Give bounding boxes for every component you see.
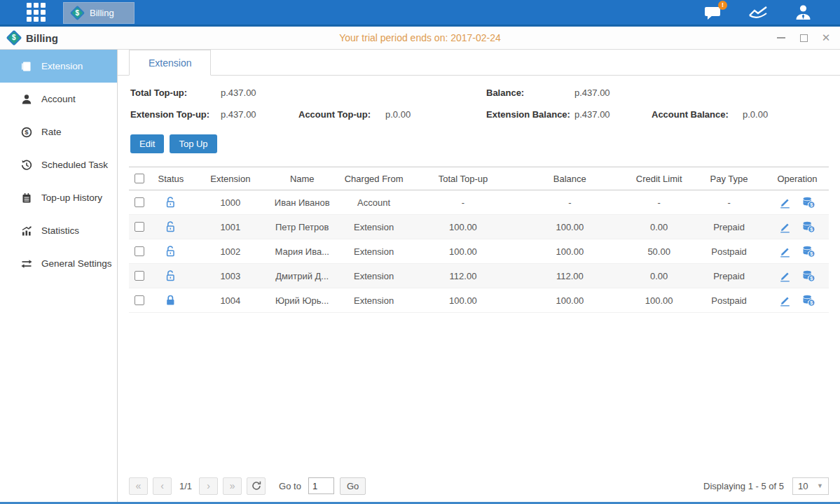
app-launcher-icon[interactable] (27, 3, 46, 22)
table-body: 1000Иван ИвановAccount---- $ 1001Петр Пе… (129, 190, 829, 313)
sidebar-item-label: Scheduled Task (41, 160, 108, 170)
user-account-icon[interactable] (794, 4, 812, 20)
edit-icon (779, 270, 791, 282)
name-cell: Дмитрий Д... (269, 271, 336, 281)
row-checkbox[interactable] (135, 222, 144, 232)
tab-strip: Extension (118, 50, 840, 76)
table-row[interactable]: 1004Юрий Юрь...Extension100.00100.00100.… (129, 288, 829, 313)
goto-page-input[interactable] (308, 477, 334, 494)
extension-balance-value: p.437.00 (574, 109, 652, 120)
account-icon (21, 94, 32, 105)
column-header-credit-limit: Credit Limit (626, 174, 692, 184)
sidebar-item-general-settings[interactable]: General Settings (0, 247, 117, 280)
edit-icon (779, 295, 791, 307)
column-header-total-topup: Total Top-up (413, 174, 514, 184)
pay-type-cell: Prepaid (692, 271, 766, 281)
extension-cell: 1000 (192, 197, 269, 208)
extension-cell: 1001 (192, 222, 269, 232)
maximize-button[interactable] (798, 32, 809, 43)
row-top-up-button[interactable]: $ (802, 270, 815, 282)
table-row[interactable]: 1000Иван ИвановAccount---- $ (129, 190, 829, 215)
row-edit-button[interactable] (779, 197, 791, 209)
credit-limit-cell: 0.00 (626, 271, 692, 281)
billing-app-window: $ Billing ! (0, 0, 840, 504)
pay-type-cell: Postpaid (692, 295, 766, 306)
row-top-up-button[interactable]: $ (802, 221, 815, 233)
tab-extension[interactable]: Extension (129, 50, 211, 76)
prev-page-button[interactable]: ‹ (153, 477, 172, 495)
balance-value: p.437.00 (574, 88, 652, 98)
total-topup-cell: - (413, 197, 514, 208)
column-header-operation: Operation (766, 174, 829, 184)
trial-notice: Your trial period ends on: 2017-02-24 (0, 32, 840, 43)
top-up-icon: $ (802, 221, 815, 233)
sidebar-item-statistics[interactable]: Statistics (0, 214, 117, 247)
balance-cell: 112.00 (514, 271, 626, 281)
sidebar-item-label: Rate (41, 127, 62, 137)
first-page-button[interactable]: « (129, 477, 148, 495)
pay-type-cell: Postpaid (692, 246, 766, 257)
row-edit-button[interactable] (779, 295, 791, 307)
row-checkbox[interactable] (135, 197, 144, 207)
sidebar-item-rate[interactable]: $ Rate (0, 115, 117, 148)
total-topup-label: Total Top-up: (130, 88, 221, 98)
sidebar-item-label: General Settings (41, 258, 112, 269)
row-edit-button[interactable] (779, 246, 791, 258)
next-page-button[interactable]: › (199, 477, 218, 495)
row-edit-button[interactable] (779, 221, 791, 233)
row-edit-button[interactable] (779, 270, 791, 282)
row-checkbox[interactable] (135, 295, 144, 305)
last-page-button[interactable]: » (223, 477, 242, 495)
row-top-up-button[interactable]: $ (802, 246, 815, 258)
minimize-button[interactable] (776, 32, 787, 43)
charged-from-cell: Extension (336, 222, 413, 232)
row-top-up-button[interactable]: $ (802, 295, 815, 307)
refresh-button[interactable] (247, 477, 266, 495)
sidebar-item-scheduled-task[interactable]: Scheduled Task (0, 148, 117, 181)
extensions-table: Status Extension Name Charged From Total… (129, 167, 829, 313)
sidebar-item-account[interactable]: Account (0, 83, 117, 115)
operation-cell: $ (766, 197, 829, 209)
general-settings-icon (21, 258, 32, 270)
pagination-bar: « ‹ 1/1 › » Go to Go Displaying 1 - 5 of… (118, 472, 840, 504)
top-up-icon: $ (802, 295, 815, 307)
column-header-balance: Balance (514, 174, 626, 184)
status-cell (150, 270, 192, 282)
column-header-charged-from: Charged From (336, 174, 413, 184)
balance-summary: Total Top-up: p.437.00 Balance: p.437.00… (118, 76, 840, 125)
column-header-status: Status (150, 174, 192, 184)
credit-limit-cell: 100.00 (626, 295, 692, 306)
page-size-select[interactable]: 10 ▼ (792, 477, 829, 495)
billing-app-tab[interactable]: $ Billing (63, 2, 135, 24)
table-row[interactable]: 1002Мария Ива...Extension100.00100.0050.… (129, 239, 829, 264)
billing-diamond-icon: $ (70, 6, 85, 20)
charged-from-cell: Extension (336, 271, 413, 281)
operation-cell: $ (766, 246, 829, 258)
go-button[interactable]: Go (340, 477, 366, 495)
window-title: Billing (26, 32, 58, 44)
close-button[interactable]: ✕ (820, 32, 832, 43)
row-checkbox[interactable] (135, 246, 144, 256)
sidebar: Extension Account $ Rate (0, 50, 118, 504)
sidebar-item-topup-history[interactable]: Top-up History (0, 181, 117, 214)
sidebar-item-label: Extension (41, 61, 83, 71)
messages-icon[interactable]: ! (704, 5, 722, 20)
select-all-checkbox[interactable] (135, 174, 144, 183)
row-checkbox[interactable] (135, 271, 144, 281)
sidebar-item-label: Account (41, 94, 76, 104)
account-balance-value: p.0.00 (743, 109, 840, 120)
pay-type-cell: - (692, 197, 766, 208)
account-topup-value: p.0.00 (385, 109, 486, 120)
status-cell (150, 196, 192, 209)
sidebar-item-extension[interactable]: Extension (0, 50, 117, 83)
statistics-chart-icon[interactable] (748, 6, 768, 20)
extension-icon (21, 61, 32, 72)
rate-icon: $ (21, 127, 32, 138)
extension-cell: 1002 (192, 246, 269, 257)
top-up-button[interactable]: Top Up (170, 134, 216, 153)
row-top-up-button[interactable]: $ (802, 197, 815, 209)
balance-cell: 100.00 (514, 222, 626, 232)
table-row[interactable]: 1001Петр ПетровExtension100.00100.000.00… (129, 215, 829, 239)
table-row[interactable]: 1003Дмитрий Д...Extension112.00112.000.0… (129, 264, 829, 288)
edit-button[interactable]: Edit (130, 134, 164, 153)
